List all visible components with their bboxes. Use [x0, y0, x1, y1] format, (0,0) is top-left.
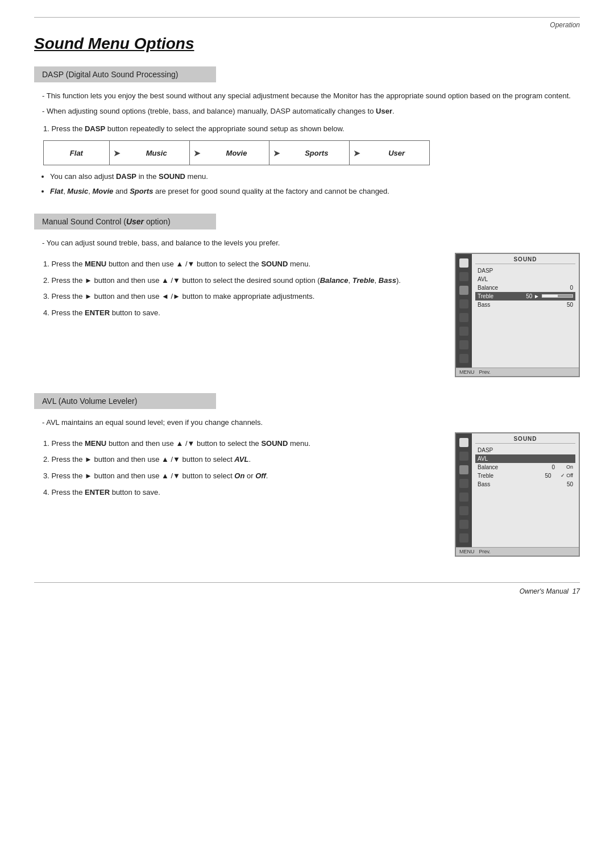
tv-row-bass-2: Bass50 — [475, 480, 575, 489]
flow-arrow-1: ➤ — [110, 148, 124, 158]
tv-title-2: SOUND — [475, 436, 575, 444]
tv-row-balance-1: Balance0 — [475, 283, 575, 292]
flow-arrow-3: ➤ — [269, 148, 284, 158]
tv-prev-label-2: Prev. — [479, 549, 491, 554]
dasp-sub-bullet-1: You can also adjust DASP in the SOUND me… — [50, 171, 580, 183]
manual-sound-steps: 1. Press the MENU button and then use ▲ … — [34, 253, 443, 324]
avl-step-1: 1. Press the MENU button and then use ▲ … — [43, 438, 443, 450]
dasp-sub-bullets: You can also adjust DASP in the SOUND me… — [50, 171, 580, 198]
tv-row-dasp-2: DASP — [475, 446, 575, 454]
manual-sound-section: Manual Sound Control (User option) You c… — [34, 214, 580, 377]
avl-section: AVL (Auto Volume Leveler) AVL maintains … — [34, 393, 580, 557]
header-divider — [34, 17, 580, 18]
tv-screen-1: SOUND DASP AVL Balance0 Treble 50 ► — [455, 253, 580, 377]
tv-sidebar-2 — [456, 433, 472, 547]
flow-arrow-2: ➤ — [190, 148, 204, 158]
tv-prev-label-1: Prev. — [479, 369, 491, 375]
tv-row-dasp-1: DASP — [475, 266, 575, 275]
manual-sound-bullet: You can adjust sound treble, bass, and b… — [42, 237, 580, 249]
flow-music: Music — [124, 141, 190, 165]
tv-row-avl-1: AVL — [475, 275, 575, 283]
manual-step-2: 2. Press the ► button and then use ▲ /▼ … — [43, 275, 443, 287]
flow-user: User — [364, 141, 429, 165]
tv-row-treble-1: Treble 50 ► — [475, 292, 575, 301]
manual-step-1: 1. Press the MENU button and then use ▲ … — [43, 258, 443, 270]
page-footer: Owner's Manual 17 — [0, 582, 614, 595]
flow-movie: Movie — [204, 141, 270, 165]
dasp-flow-diagram: Flat ➤ Music ➤ Movie ➤ Sports ➤ User — [43, 140, 430, 165]
avl-bullet: AVL maintains an equal sound level; even… — [42, 417, 580, 429]
avl-step-2: 2. Press the ► button and then use ▲ /▼ … — [43, 454, 443, 466]
page-title: Sound Menu Options — [34, 35, 580, 53]
tv-row-balance-2: Balance0On — [475, 463, 575, 471]
tv-screen-2: SOUND DASP AVL Balance0On Treble50✓ Off — [455, 432, 580, 557]
dasp-step-1: 1. Press the DASP button repeatedly to s… — [43, 123, 580, 135]
dasp-sub-bullet-2: Flat, Music, Movie and Sports are preset… — [50, 186, 580, 198]
tv-mockup-1: SOUND DASP AVL Balance0 Treble 50 ► — [455, 253, 580, 377]
dasp-bullet-2: When adjusting sound options (treble, ba… — [42, 106, 580, 118]
dasp-section: DASP (Digital Auto Sound Processing) Thi… — [34, 66, 580, 198]
manual-step-4: 4. Press the ENTER button to save. — [43, 307, 443, 319]
avl-steps-list: 1. Press the MENU button and then use ▲ … — [43, 438, 443, 499]
dasp-steps: 1. Press the DASP button repeatedly to s… — [43, 123, 580, 135]
flow-flat: Flat — [44, 141, 110, 165]
footer-inner: Owner's Manual 17 — [34, 582, 580, 595]
tv-main-1: SOUND DASP AVL Balance0 Treble 50 ► — [472, 254, 579, 368]
tv-footer-1: MENU Prev. — [456, 368, 579, 376]
tv-title-1: SOUND — [475, 256, 575, 264]
avl-steps: 1. Press the MENU button and then use ▲ … — [34, 432, 443, 503]
avl-step-3: 3. Press the ► button and then use ▲ /▼ … — [43, 470, 443, 482]
tv-inner-1: SOUND DASP AVL Balance0 Treble 50 ► — [456, 254, 579, 368]
tv-row-bass-1: Bass50 — [475, 301, 575, 309]
manual-sound-content: 1. Press the MENU button and then use ▲ … — [34, 253, 580, 377]
flow-arrow-4: ➤ — [350, 148, 364, 158]
tv-row-treble-2: Treble50✓ Off — [475, 471, 575, 480]
tv-mockup-2: SOUND DASP AVL Balance0On Treble50✓ Off — [455, 432, 580, 557]
dasp-bullet-1: This function lets you enjoy the best so… — [42, 90, 580, 102]
tv-row-avl-2: AVL — [475, 454, 575, 463]
flow-sports: Sports — [284, 141, 350, 165]
dasp-section-header: DASP (Digital Auto Sound Processing) — [34, 66, 216, 82]
tv-menu-label-2: MENU — [459, 549, 475, 554]
manual-steps-list: 1. Press the MENU button and then use ▲ … — [43, 258, 443, 319]
avl-step-4: 4. Press the ENTER button to save. — [43, 487, 443, 499]
tv-sidebar-1 — [456, 254, 472, 368]
manual-step-3: 3. Press the ► button and then use ◄ /► … — [43, 291, 443, 303]
avl-content: 1. Press the MENU button and then use ▲ … — [34, 432, 580, 557]
tv-main-2: SOUND DASP AVL Balance0On Treble50✓ Off — [472, 433, 579, 547]
footer-label: Owner's Manual 17 — [520, 587, 580, 595]
operation-label: Operation — [34, 21, 580, 29]
manual-sound-header: Manual Sound Control (User option) — [34, 214, 216, 229]
avl-section-header: AVL (Auto Volume Leveler) — [34, 393, 216, 409]
tv-menu-label-1: MENU — [459, 369, 475, 375]
tv-inner-2: SOUND DASP AVL Balance0On Treble50✓ Off — [456, 433, 579, 547]
tv-footer-2: MENU Prev. — [456, 547, 579, 556]
